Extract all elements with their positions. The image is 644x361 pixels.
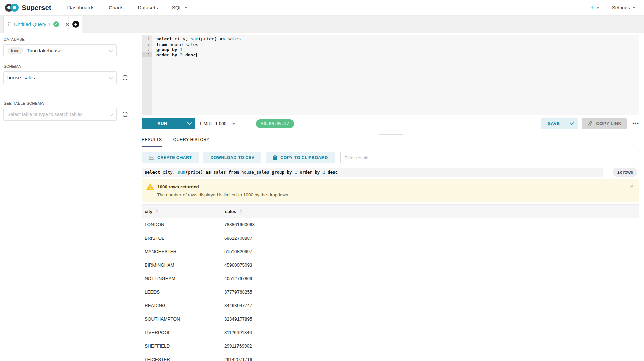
sql-editor-pane: 1234 select city, sum(price) as salesfro…	[138, 33, 644, 361]
editor-code: select city, sum(price) as salesfrom hou…	[152, 35, 241, 115]
chevron-down-icon	[109, 75, 113, 79]
table-cell: LIVERPOOL	[142, 326, 222, 339]
brand-name: Superset	[22, 4, 51, 12]
results-actions: CREATE CHART DOWNLOAD TO CSV COPY TO CLI…	[142, 151, 639, 164]
table-cell: BIRMINGHAM	[142, 258, 222, 272]
top-navbar: Superset Dashboards Charts Datasets SQL …	[0, 0, 644, 16]
schema-select[interactable]: house_sales	[3, 71, 117, 84]
table-row: BIRMINGHAM45960075093	[142, 258, 639, 272]
plus-icon: +	[72, 21, 79, 28]
save-button[interactable]: SAVE	[541, 118, 566, 129]
table-cell: 40512797869	[222, 272, 639, 285]
table-row: NOTTINGHAM40512797869	[142, 272, 639, 285]
database-label: DATABASE	[4, 37, 134, 41]
tab-results[interactable]: RESULTS	[142, 137, 162, 147]
new-item-button[interactable]: +	[590, 4, 599, 11]
table-row: READING34468947747	[142, 299, 639, 312]
table-row: LEICESTER29142071716	[142, 353, 639, 361]
chevron-down-icon	[185, 7, 187, 9]
chevron-down-icon	[570, 121, 574, 125]
database-select[interactable]: trino Trino lakehouse	[3, 44, 117, 57]
query-tab[interactable]: Untitled Query 1 ✓ ✕	[3, 16, 68, 33]
nav-dashboards[interactable]: Dashboards	[67, 5, 94, 10]
column-header-city[interactable]: city	[142, 205, 222, 218]
create-chart-button[interactable]: CREATE CHART	[142, 152, 199, 163]
nav-sql[interactable]: SQL	[172, 5, 187, 10]
link-icon	[587, 121, 593, 127]
copy-link-button[interactable]: COPY LINK	[582, 118, 627, 129]
table-row: MANCHESTER51510820997	[142, 245, 639, 258]
table-select[interactable]: Select table or type to search tables	[3, 108, 117, 121]
query-preview-row: select city, sum(price) as sales from ho…	[142, 168, 639, 177]
refresh-tables-button[interactable]	[122, 111, 128, 117]
table-cell: 45960075093	[222, 258, 639, 272]
table-cell: SOUTHAMPTON	[142, 312, 222, 326]
run-button[interactable]: RUN	[142, 118, 183, 129]
refresh-schemas-button[interactable]	[122, 75, 128, 81]
table-cell: READING	[142, 299, 222, 312]
download-csv-button[interactable]: DOWNLOAD TO CSV	[203, 152, 261, 163]
database-type-badge: trino	[7, 47, 23, 54]
limit-dropdown[interactable]: LIMIT: 1 000	[200, 121, 235, 126]
new-tab-button[interactable]: +	[69, 16, 82, 33]
chevron-down-icon	[596, 7, 599, 9]
more-actions-button[interactable]: •••	[632, 121, 639, 126]
table-row: LEEDS37779768255	[142, 285, 639, 299]
superset-logo[interactable]: Superset	[5, 3, 51, 12]
save-options-button[interactable]	[566, 118, 578, 129]
query-success-icon: ✓	[53, 21, 59, 27]
query-timer-badge: 00:00:05.37	[256, 119, 294, 128]
clipboard-icon	[273, 155, 277, 160]
table-cell: 34468947747	[222, 299, 639, 312]
sql-code-editor[interactable]: 1234 select city, sum(price) as salesfro…	[142, 35, 639, 115]
row-count-badge: 1k rows	[613, 168, 637, 177]
column-header-sales[interactable]: sales	[222, 205, 639, 218]
table-cell: NOTTINGHAM	[142, 272, 222, 285]
table-cell: 37779768255	[222, 285, 639, 299]
table-row: SHEFFIELD29911769902	[142, 339, 639, 353]
filter-results-input[interactable]	[340, 151, 639, 164]
code-line: order by 2 desc	[156, 52, 241, 58]
table-cell: 29911769902	[222, 339, 639, 353]
code-line: group by 1	[156, 47, 241, 52]
query-preview-code: select city, sum(price) as sales from ho…	[142, 168, 603, 177]
code-line: select city, sum(price) as sales	[156, 36, 241, 42]
limit-value: 1 000	[215, 121, 226, 126]
settings-menu[interactable]: Settings	[612, 5, 635, 10]
nav-datasets[interactable]: Datasets	[138, 5, 158, 10]
close-alert-icon[interactable]: ✕	[630, 184, 634, 189]
table-cell: LEEDS	[142, 285, 222, 299]
database-value: Trino lakehouse	[27, 48, 61, 53]
pane-resize-handle[interactable]	[142, 132, 639, 135]
text-cursor	[196, 53, 197, 57]
tab-query-history[interactable]: QUERY HISTORY	[173, 137, 210, 147]
table-cell: 788861960063	[222, 218, 639, 231]
query-tabstrip: Untitled Query 1 ✓ ✕ +	[0, 16, 644, 33]
workspace: DATABASE trino Trino lakehouse SCHEMA ho…	[0, 33, 644, 361]
sort-icon	[156, 210, 158, 213]
copy-to-clipboard-button[interactable]: COPY TO CLIPBOARD	[266, 152, 335, 163]
nav-charts[interactable]: Charts	[109, 5, 123, 10]
alert-body: The number of rows displayed is limited …	[157, 192, 634, 197]
results-table: city sales LONDON788861960063BRISTOL6961…	[142, 204, 639, 361]
table-cell: 31126991346	[222, 326, 639, 339]
table-cell: LEICESTER	[142, 353, 222, 361]
run-options-button[interactable]	[183, 118, 195, 129]
table-cell: LONDON	[142, 218, 222, 231]
table-cell: 51510820997	[222, 245, 639, 258]
chevron-down-icon	[187, 120, 191, 125]
editor-toolbar: RUN LIMIT: 1 000 00:00:05.37 SAVE	[142, 115, 639, 132]
results-tabs: RESULTS QUERY HISTORY	[142, 137, 639, 147]
table-row: LONDON788861960063	[142, 218, 639, 231]
chevron-down-icon	[633, 7, 635, 9]
editor-gutter: 1234	[142, 35, 152, 115]
code-line: from house_sales	[156, 42, 241, 47]
superset-infinity-icon	[5, 3, 19, 12]
table-select-placeholder: Select table or type to search tables	[7, 112, 83, 117]
chevron-down-icon	[109, 112, 113, 116]
sql-lab-sidebar: DATABASE trino Trino lakehouse SCHEMA ho…	[0, 33, 138, 361]
see-table-schema-label: SEE TABLE SCHEMA	[4, 101, 134, 105]
results-table-header: city sales	[142, 205, 639, 218]
table-cell: MANCHESTER	[142, 245, 222, 258]
navbar-right: + Settings	[590, 4, 635, 11]
